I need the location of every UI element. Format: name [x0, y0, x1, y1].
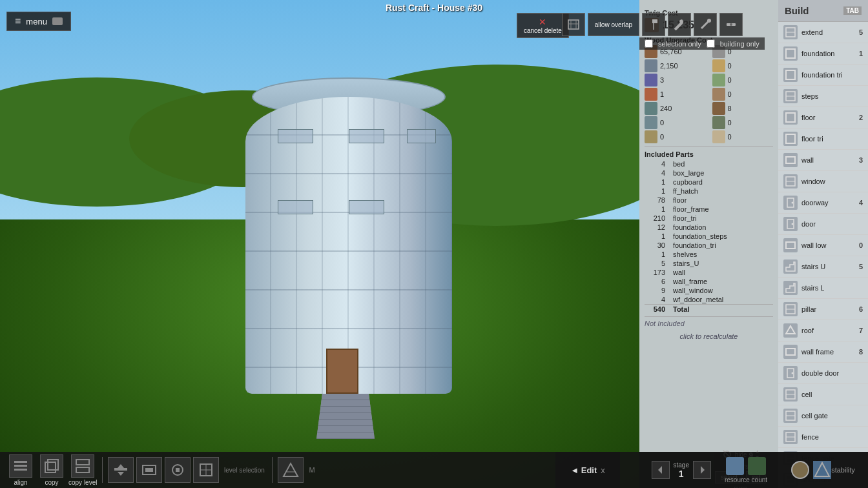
c6-value: 8 [728, 105, 732, 112]
align-btn[interactable]: align [6, 454, 35, 486]
level-tool-3[interactable] [165, 457, 191, 483]
level-tool-4[interactable] [193, 457, 219, 483]
svg-rect-2 [653, 23, 654, 30]
edit-close[interactable]: x [601, 465, 605, 475]
stage-next[interactable] [693, 461, 711, 479]
copy-btn[interactable]: copy [37, 454, 66, 486]
build-item-window[interactable]: window [778, 171, 868, 192]
build-item-foundation-tri[interactable]: foundation tri [778, 65, 868, 86]
build-item-cell[interactable]: cell [778, 384, 868, 405]
build-item-foundation[interactable]: foundation1 [778, 43, 868, 65]
copy-label: copy [45, 479, 58, 486]
tool-extra1[interactable] [694, 13, 717, 36]
parts-row: 1foundation_steps [645, 232, 773, 241]
part-qty: 1 [645, 178, 670, 187]
building-only-checkbox[interactable] [707, 39, 715, 48]
build-item-extend[interactable]: extend5 [778, 22, 868, 43]
stage-prev[interactable] [652, 461, 670, 479]
c8-value: 0 [728, 119, 732, 127]
resource-icons [726, 457, 766, 475]
svg-marker-56 [118, 464, 124, 468]
level-tool-1[interactable] [108, 457, 134, 483]
part-qty: 1 [645, 205, 670, 214]
window-2 [349, 129, 384, 143]
svg-rect-15 [786, 157, 795, 163]
build-item-door[interactable]: door [778, 214, 868, 235]
c2-icon [712, 74, 725, 86]
build-tab[interactable]: TAB [843, 6, 862, 15]
build-label-wall-low: wall low [801, 241, 855, 249]
build-header: Build TAB [778, 0, 868, 22]
build-item-wall-low[interactable]: wall low0 [778, 235, 868, 256]
build-label-stairs-L: stairs L [801, 284, 863, 292]
selection-only-checkbox[interactable] [645, 39, 653, 48]
map-tool[interactable] [562, 13, 585, 36]
parts-row: 4box_large [645, 168, 773, 178]
build-label-floor: floor [801, 114, 855, 121]
tool-extra2[interactable] [719, 13, 743, 36]
build-item-roof[interactable]: roof7 [778, 320, 868, 341]
build-icon-wall-low [783, 238, 798, 252]
svg-point-28 [792, 372, 794, 374]
build-icon-steps [783, 89, 798, 103]
part-name: cupboard [670, 178, 773, 187]
build-label-extend: extend [801, 28, 855, 36]
build-item-wall-frame[interactable]: wall frame8 [778, 341, 868, 363]
part-name: bed [670, 159, 773, 168]
build-item-fence[interactable]: fence [778, 427, 868, 448]
stability-area[interactable]: stability [778, 452, 868, 488]
metal-value: 2,150 [660, 62, 678, 70]
edit-button[interactable]: ◄ Edit [570, 465, 597, 475]
resource-icon-1 [726, 457, 744, 475]
menu-button[interactable]: ≡ menu [6, 12, 71, 31]
svg-point-21 [792, 223, 794, 225]
build-label-steps: steps [801, 92, 863, 100]
parts-table: 4bed4box_large1cupboard1ff_hatch78floor1… [645, 159, 773, 314]
build-item-pillar[interactable]: pillar6 [778, 299, 868, 320]
parts-row: 1cupboard [645, 178, 773, 187]
build-count-wall-frame: 8 [859, 348, 863, 356]
click-recalc[interactable]: click to recalculate [645, 332, 773, 340]
c6-icon [712, 102, 725, 115]
build-icon-cell [783, 387, 798, 402]
c4-icon [712, 88, 725, 101]
cost-c2: 0 [712, 74, 774, 86]
cost-c8: 0 [712, 116, 774, 129]
c10-icon [712, 130, 725, 143]
resource-area[interactable]: resource count [714, 452, 778, 488]
terrain-btn[interactable] [278, 457, 304, 483]
build-item-cell-gate[interactable]: cell gate [778, 405, 868, 427]
build-item-stairs-L[interactable]: stairs L [778, 278, 868, 299]
tool-hammer[interactable] [642, 13, 665, 36]
build-item-doorway[interactable]: doorway4 [778, 192, 868, 214]
part-name: floor [670, 196, 773, 205]
build-label-cell: cell [801, 391, 863, 398]
parts-row: 5stairs_U [645, 259, 773, 268]
build-label-roof: roof [801, 327, 855, 334]
parts-row: 6wall_frame [645, 277, 773, 286]
build-item-double-door[interactable]: double door [778, 363, 868, 384]
build-item-steps[interactable]: steps [778, 86, 868, 107]
level-tool-2[interactable] [136, 457, 162, 483]
svg-rect-55 [114, 468, 127, 471]
cancel-delete-button[interactable]: ✕ cancel delete [517, 13, 569, 38]
allow-overlap-btn[interactable]: allow overlap [588, 13, 639, 36]
build-item-stairs-U[interactable]: stairs U5 [778, 256, 868, 278]
build-item-wall[interactable]: wall3 [778, 150, 868, 171]
part-qty: 9 [645, 286, 670, 295]
c9-value: 0 [660, 133, 664, 141]
build-label-window: window [801, 178, 863, 185]
part-qty: 210 [645, 214, 670, 223]
build-item-floor-tri[interactable]: floor tri [778, 128, 868, 150]
svg-rect-54 [76, 467, 89, 473]
tool-wrench[interactable] [668, 13, 691, 36]
c7-value: 0 [660, 119, 664, 127]
divider-2 [645, 316, 773, 317]
parts-row: 9wall_window [645, 286, 773, 295]
build-item-floor[interactable]: floor2 [778, 107, 868, 128]
build-icon-extend [783, 25, 798, 39]
svg-rect-0 [568, 20, 579, 29]
level-tool-icons [108, 457, 219, 483]
build-count-roof: 7 [859, 327, 863, 334]
copy-level-btn[interactable]: copy level [68, 454, 97, 486]
